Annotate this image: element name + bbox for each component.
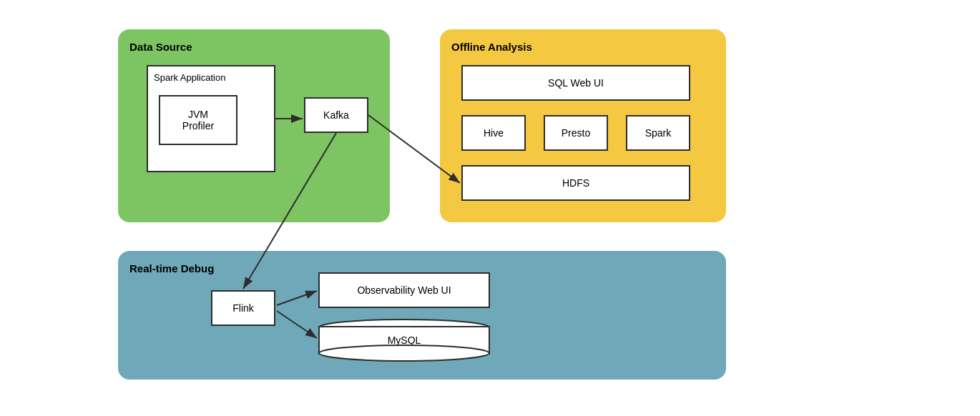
mysql-bottom-ellipse xyxy=(318,345,490,362)
data-source-label: Data Source xyxy=(129,41,378,53)
observability-web-ui-label: Observability Web UI xyxy=(357,284,451,296)
spark-offline-box: Spark xyxy=(626,115,690,151)
presto-label: Presto xyxy=(562,127,590,139)
mysql-cylinder: MySQL xyxy=(318,319,490,362)
sql-web-ui-label: SQL Web UI xyxy=(548,77,604,89)
svg-point-3 xyxy=(319,345,489,361)
flink-label: Flink xyxy=(232,302,254,314)
spark-application-box: Spark Application JVMProfiler xyxy=(147,65,275,172)
jvm-profiler-box: JVMProfiler xyxy=(159,95,237,145)
hdfs-label: HDFS xyxy=(562,177,589,189)
svg-line-7 xyxy=(277,311,317,338)
flink-box: Flink xyxy=(211,290,275,326)
hive-box: Hive xyxy=(461,115,526,151)
svg-line-6 xyxy=(277,291,317,305)
diagram-container: Data Source Spark Application JVMProfile… xyxy=(61,15,919,401)
kafka-label: Kafka xyxy=(323,109,349,121)
presto-box: Presto xyxy=(544,115,608,151)
offline-analysis-label: Offline Analysis xyxy=(451,41,715,53)
jvm-profiler-label: JVMProfiler xyxy=(182,109,214,132)
hdfs-box: HDFS xyxy=(461,165,690,201)
data-source-region: Data Source Spark Application JVMProfile… xyxy=(118,29,390,222)
sql-web-ui-box: SQL Web UI xyxy=(461,65,690,101)
spark-application-label: Spark Application xyxy=(154,72,225,83)
kafka-box: Kafka xyxy=(304,97,368,133)
spark-offline-label: Spark xyxy=(645,127,672,139)
realtime-debug-region: Real-time Debug Flink Observability Web … xyxy=(118,251,726,380)
hive-label: Hive xyxy=(484,127,504,139)
observability-web-ui-box: Observability Web UI xyxy=(318,272,490,308)
offline-analysis-region: Offline Analysis SQL Web UI Hive Presto … xyxy=(440,29,726,222)
